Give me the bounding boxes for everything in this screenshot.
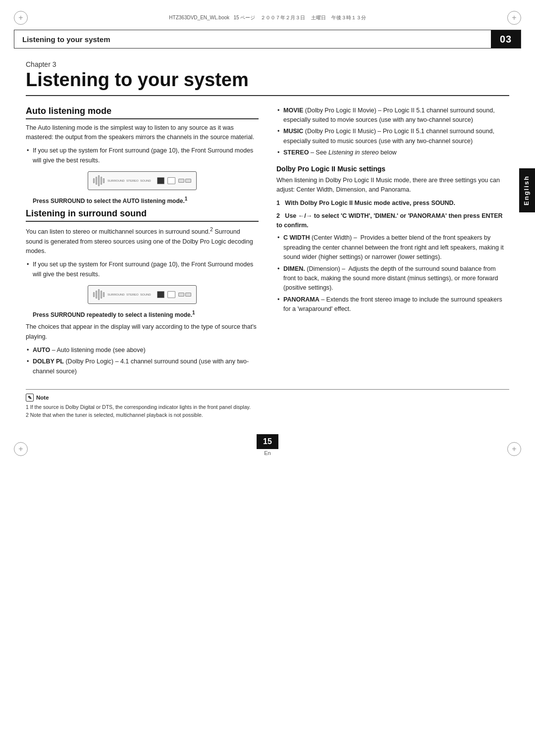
surround-info: The choices that appear in the display w… [26,322,259,342]
bullet-item: MOVIE (Dolby Pro Logic II Movie) – Pro L… [276,106,509,125]
bottom-left-reg-mark [14,442,28,456]
bullet-item: C WIDTH (Center Width) – Provides a bett… [276,233,509,262]
step-1: 1 With Dolby Pro Logic II Music mode act… [276,199,509,208]
page-number: 15 [257,434,278,449]
bullet-item: STEREO – See Listening in stereo below [276,148,509,157]
note-section: ✎ Note 1 If the source is Dolby Digital … [26,389,509,419]
bottom-area: 15 En [0,429,535,465]
note-icon: ✎ [26,394,34,402]
right-mode-bullets: MOVIE (Dolby Pro Logic II Movie) – Pro L… [276,106,509,158]
bullet-item: MUSIC (Dolby Pro Logic II Music) – Pro L… [276,127,509,146]
device-image-1: SURROUND STEREO SOUND [26,171,259,190]
header-bar: Listening to your system 03 [14,30,521,49]
auto-listening-heading: Auto listening mode [26,106,259,119]
bullet-item: PANORAMA – Extends the front stereo imag… [276,295,509,314]
mode-bullets: AUTO – Auto listening mode (see above) D… [26,346,259,376]
chapter-label: Chapter 3 [26,60,509,68]
press-instruction-1: Press SURROUND to select the AUTO listen… [26,196,259,204]
page-lang: En [264,450,270,456]
bullet-item: If you set up the system for Front surro… [26,146,259,165]
english-tab: English [519,168,535,212]
dolby-heading: Dolby Pro Logic II Music settings [276,165,509,173]
bullet-item: If you set up the system for Front surro… [26,260,259,279]
top-right-reg-mark [507,11,521,25]
dolby-intro: When listening in Dolby Pro Logic II Mus… [276,176,509,195]
header-number: 03 [491,30,521,48]
bullet-item: DIMEN. (Dimension) – Adjusts the depth o… [276,264,509,293]
device-image-2: SURROUND STEREO SOUND [26,285,259,304]
press-instruction-2: Press SURROUND repeatedly to select a li… [26,310,259,318]
note-title: ✎ Note [26,394,509,402]
header-title: Listening to your system [14,30,491,48]
surround-sound-section: Listening in surround sound You can list… [26,208,259,376]
left-column: Auto listening mode The Auto listening m… [26,106,259,380]
auto-listening-bullets: If you set up the system for Front surro… [26,146,259,165]
top-left-reg-mark [14,11,28,25]
chapter-title: Listening to your system [26,69,509,96]
bullet-item: DOLBY PL (Dolby Pro Logic) – 4.1 channel… [26,357,259,376]
dolby-settings-bullets: C WIDTH (Center Width) – Provides a bett… [276,233,509,314]
surround-bullets: If you set up the system for Front surro… [26,260,259,279]
bullet-item: AUTO – Auto listening mode (see above) [26,346,259,355]
surround-sound-heading: Listening in surround sound [26,208,259,222]
surround-sound-body: You can listen to stereo or multichannel… [26,226,259,256]
auto-listening-section: Auto listening mode The Auto listening m… [26,106,259,205]
right-column: MOVIE (Dolby Pro Logic II Movie) – Pro L… [276,106,509,380]
note-item-2: 2 Note that when the tuner is selected, … [26,411,509,419]
auto-listening-body: The Auto listening mode is the simplest … [26,123,259,143]
dolby-section: Dolby Pro Logic II Music settings When l… [276,165,509,314]
file-info: HTZ363DVD_EN_WL.book 15 ページ ２００７年２月３日 土曜… [28,14,507,21]
step-2: 2 Use ←/→ to select 'C WIDTH', 'DIMEN.' … [276,211,509,231]
bottom-right-reg-mark [507,442,521,456]
note-item-1: 1 If the source is Dolby Digital or DTS,… [26,403,509,411]
